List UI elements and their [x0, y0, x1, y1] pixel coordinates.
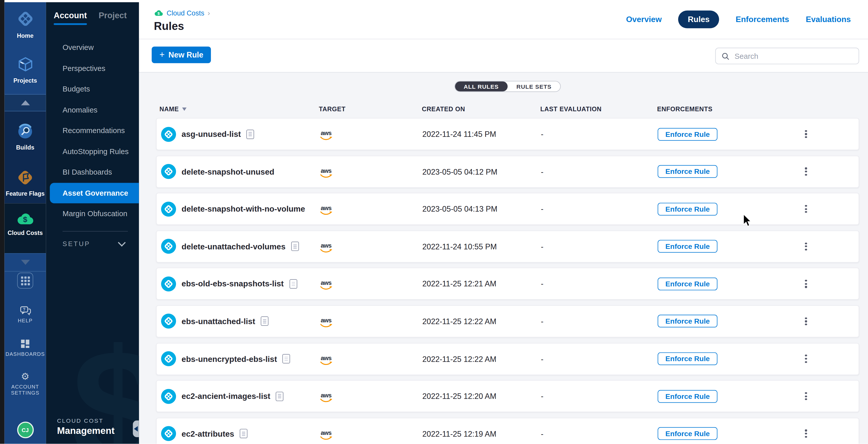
- row-actions-cell: [793, 128, 819, 140]
- nav-account-settings-label: ACCOUNT SETTINGS: [8, 384, 42, 396]
- kebab-menu-icon[interactable]: [803, 315, 809, 327]
- rule-name-cell: delete-snapshot-unused: [157, 164, 319, 179]
- tab-account[interactable]: Account: [54, 11, 87, 25]
- document-icon[interactable]: [246, 129, 254, 139]
- toggle-all-rules[interactable]: ALL RULES: [455, 81, 507, 91]
- nav-builds[interactable]: Builds: [4, 116, 46, 162]
- rule-name[interactable]: delete-snapshot-unused: [182, 167, 274, 176]
- aws-smile: [320, 436, 332, 440]
- sidebar-divider: [63, 231, 128, 231]
- nav-feature-flags[interactable]: Feature Flags: [4, 162, 46, 208]
- kebab-menu-icon[interactable]: [803, 278, 809, 290]
- enforce-rule-button[interactable]: Enforce Rule: [658, 315, 718, 328]
- sidebar-item-overview[interactable]: Overview: [46, 37, 139, 58]
- kebab-menu-icon[interactable]: [803, 165, 809, 178]
- nav-dashboards[interactable]: DASHBOARDS: [6, 339, 45, 357]
- sidebar-item-recommendations[interactable]: Recommendations: [46, 120, 139, 141]
- svg-text:$: $: [23, 215, 27, 224]
- sidebar-item-budgets[interactable]: Budgets: [46, 79, 139, 99]
- enforce-rule-button[interactable]: Enforce Rule: [658, 203, 718, 215]
- builds-icon: [17, 123, 34, 140]
- tab-overview[interactable]: Overview: [626, 15, 662, 24]
- rail-scroll-up[interactable]: [4, 94, 46, 112]
- enforce-rule-button[interactable]: Enforce Rule: [658, 427, 718, 440]
- row-actions-cell: [793, 353, 819, 365]
- document-icon[interactable]: [240, 429, 248, 438]
- sidebar-item-margin-obfuscation[interactable]: Margin Obfuscation: [46, 203, 139, 224]
- enforcements-cell: Enforce Rule: [658, 128, 793, 140]
- tab-enforcements[interactable]: Enforcements: [736, 15, 789, 24]
- last-evaluation-value: -: [541, 354, 658, 363]
- kebab-menu-icon[interactable]: [803, 128, 809, 140]
- search-input[interactable]: [734, 51, 859, 61]
- sidebar-item-anomalies[interactable]: Anomalies: [46, 99, 139, 120]
- table-row: ebs-old-ebs-snapshots-list aws 2022-11-2…: [156, 268, 859, 300]
- aws-logo: aws: [319, 242, 333, 253]
- sidebar-item-autostopping-rules[interactable]: AutoStopping Rules: [46, 141, 139, 162]
- column-name[interactable]: NAME: [156, 106, 319, 113]
- enforce-rule-button[interactable]: Enforce Rule: [658, 165, 718, 178]
- enforce-rule-button[interactable]: Enforce Rule: [658, 353, 718, 365]
- toggle-rule-sets[interactable]: RULE SETS: [508, 81, 561, 91]
- rule-name[interactable]: ebs-unattached-list: [182, 317, 255, 326]
- kebab-menu-icon[interactable]: [803, 353, 809, 365]
- table-row: ec2-attributes aws 2022-11-25 12:19 AM -…: [156, 418, 859, 444]
- sidebar-item-asset-governance[interactable]: Asset Governance: [50, 182, 139, 203]
- chevron-down-icon: [118, 238, 126, 246]
- sidebar-item-bi-dashboards[interactable]: BI Dashboards: [46, 162, 139, 182]
- new-rule-button[interactable]: + New Rule: [152, 47, 211, 63]
- enforce-rule-button[interactable]: Enforce Rule: [658, 128, 718, 140]
- enforce-rule-button[interactable]: Enforce Rule: [658, 277, 718, 290]
- kebab-menu-icon[interactable]: [803, 390, 809, 403]
- enforce-rule-button[interactable]: Enforce Rule: [658, 240, 718, 253]
- last-evaluation-value: -: [541, 130, 658, 139]
- rules-top-nav: Overview Rules Enforcements Evaluations: [626, 0, 851, 39]
- rule-name[interactable]: ebs-old-ebs-snapshots-list: [182, 279, 284, 288]
- enforce-rule-button[interactable]: Enforce Rule: [658, 390, 718, 403]
- rail-scroll-down[interactable]: [4, 253, 46, 271]
- tab-project[interactable]: Project: [98, 11, 127, 25]
- document-icon[interactable]: [289, 279, 297, 289]
- document-icon[interactable]: [283, 354, 290, 363]
- tab-evaluations[interactable]: Evaluations: [806, 15, 851, 24]
- nav-projects-label: Projects: [13, 77, 37, 84]
- table-row: delete-unattached-volumes aws 2022-11-24…: [156, 230, 859, 263]
- enforcements-cell: Enforce Rule: [658, 427, 793, 440]
- rule-name[interactable]: asg-unused-list: [182, 130, 241, 139]
- aws-logo: aws: [319, 318, 333, 328]
- rule-name[interactable]: ec2-attributes: [182, 429, 234, 438]
- aws-logo: aws: [319, 355, 333, 365]
- kebab-menu-icon[interactable]: [803, 427, 809, 440]
- target-cell: aws: [319, 352, 422, 365]
- rule-name[interactable]: ebs-unencrypted-ebs-list: [182, 354, 277, 363]
- created-on-value: 2022-11-24 10:55 PM: [422, 242, 541, 251]
- rule-icon: [161, 351, 176, 366]
- user-avatar[interactable]: CJ: [17, 422, 34, 438]
- document-icon[interactable]: [261, 317, 269, 326]
- rule-icon: [161, 239, 176, 254]
- document-icon[interactable]: [276, 391, 284, 401]
- setup-section-toggle[interactable]: SETUP: [46, 240, 139, 247]
- nav-projects[interactable]: Projects: [4, 48, 46, 94]
- kebab-menu-icon[interactable]: [803, 203, 809, 215]
- kebab-menu-icon[interactable]: [803, 240, 809, 253]
- sidebar-item-perspectives[interactable]: Perspectives: [46, 58, 139, 79]
- enforcements-cell: Enforce Rule: [658, 315, 793, 328]
- table-header-row: NAME TARGET CREATED ON LAST EVALUATION E…: [156, 101, 859, 117]
- rule-name[interactable]: delete-snapshot-with-no-volume: [182, 205, 305, 213]
- nav-home[interactable]: Home: [4, 2, 46, 48]
- nav-cloud-costs[interactable]: $ Cloud Costs: [4, 203, 46, 249]
- nav-help[interactable]: ? HELP: [18, 306, 32, 324]
- harness-home-icon: [16, 9, 34, 28]
- rule-name[interactable]: delete-unattached-volumes: [182, 242, 285, 251]
- row-actions-cell: [793, 390, 819, 403]
- rule-name[interactable]: ec2-ancient-images-list: [182, 392, 271, 401]
- module-picker-icon[interactable]: [17, 273, 33, 289]
- document-icon[interactable]: [291, 242, 299, 251]
- breadcrumb-link[interactable]: Cloud Costs: [166, 9, 204, 17]
- sidebar-collapse-button[interactable]: [133, 420, 139, 437]
- nav-account-settings[interactable]: ⚙ ACCOUNT SETTINGS: [8, 372, 42, 396]
- rule-icon: [161, 314, 176, 329]
- rule-name-cell: asg-unused-list: [157, 127, 319, 142]
- tab-rules[interactable]: Rules: [678, 11, 719, 28]
